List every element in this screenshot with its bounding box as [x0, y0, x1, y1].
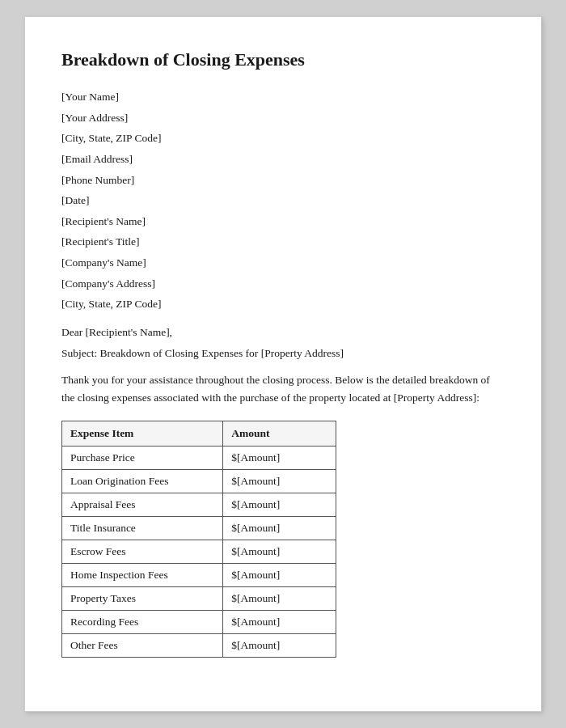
- expense-item-cell: Title Insurance: [62, 517, 223, 540]
- subject-line: Subject: Breakdown of Closing Expenses f…: [61, 347, 505, 360]
- expense-item-cell: Home Inspection Fees: [62, 564, 223, 587]
- col-header-amount: Amount: [223, 421, 336, 447]
- table-row: Other Fees$[Amount]: [62, 634, 336, 658]
- expense-item-cell: Recording Fees: [62, 611, 223, 634]
- recipient-title: [Recipient's Title]: [61, 231, 505, 252]
- table-row: Title Insurance$[Amount]: [62, 517, 336, 540]
- sender-date: [Date]: [61, 190, 505, 211]
- recipient-city-state-zip: [City, State, ZIP Code]: [61, 294, 505, 315]
- expense-amount-cell: $[Amount]: [223, 540, 336, 564]
- sender-address-block: [Your Name] [Your Address] [City, State,…: [61, 87, 505, 315]
- expense-item-cell: Loan Origination Fees: [62, 470, 223, 493]
- expense-item-cell: Property Taxes: [62, 587, 223, 611]
- expense-item-cell: Other Fees: [62, 634, 223, 658]
- expense-amount-cell: $[Amount]: [223, 564, 336, 587]
- table-row: Loan Origination Fees$[Amount]: [62, 470, 336, 493]
- recipient-name: [Recipient's Name]: [61, 211, 505, 232]
- expense-amount-cell: $[Amount]: [223, 493, 336, 517]
- sender-name: [Your Name]: [61, 87, 505, 108]
- expense-table: Expense Item Amount Purchase Price$[Amou…: [61, 421, 336, 658]
- greeting-text: Dear [Recipient's Name],: [61, 326, 505, 339]
- table-row: Recording Fees$[Amount]: [62, 611, 336, 634]
- sender-city-state-zip: [City, State, ZIP Code]: [61, 128, 505, 149]
- expense-amount-cell: $[Amount]: [223, 447, 336, 470]
- page-container: Breakdown of Closing Expenses [Your Name…: [24, 16, 542, 712]
- table-row: Appraisal Fees$[Amount]: [62, 493, 336, 517]
- expense-amount-cell: $[Amount]: [223, 634, 336, 658]
- sender-address: [Your Address]: [61, 108, 505, 129]
- expense-item-cell: Appraisal Fees: [62, 493, 223, 517]
- expense-amount-cell: $[Amount]: [223, 470, 336, 493]
- sender-email: [Email Address]: [61, 149, 505, 170]
- expense-amount-cell: $[Amount]: [223, 587, 336, 611]
- table-row: Purchase Price$[Amount]: [62, 447, 336, 470]
- body-text: Thank you for your assistance throughout…: [61, 371, 505, 406]
- sender-phone: [Phone Number]: [61, 170, 505, 191]
- table-row: Home Inspection Fees$[Amount]: [62, 564, 336, 587]
- document-title: Breakdown of Closing Expenses: [61, 49, 505, 70]
- expense-item-cell: Escrow Fees: [62, 540, 223, 564]
- table-row: Escrow Fees$[Amount]: [62, 540, 336, 564]
- col-header-expense: Expense Item: [62, 421, 223, 447]
- expense-amount-cell: $[Amount]: [223, 611, 336, 634]
- table-row: Property Taxes$[Amount]: [62, 587, 336, 611]
- expense-item-cell: Purchase Price: [62, 447, 223, 470]
- recipient-company-address: [Company's Address]: [61, 273, 505, 294]
- expense-amount-cell: $[Amount]: [223, 517, 336, 540]
- recipient-company-name: [Company's Name]: [61, 252, 505, 273]
